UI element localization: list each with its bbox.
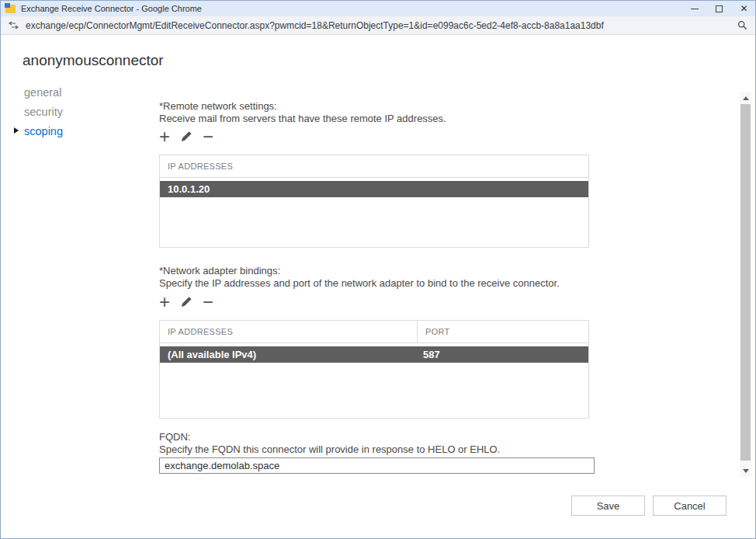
nav-item-general[interactable]: general <box>24 86 63 99</box>
page-url[interactable]: exchange/ecp/ConnectorMgmt/EditReceiveCo… <box>26 20 604 31</box>
fqdn-description: Specify the FQDN this connector will pro… <box>159 443 500 455</box>
scroll-down-button[interactable] <box>740 465 751 477</box>
remote-network-description: Receive mail from servers that have thes… <box>159 113 446 124</box>
connector-edit-page: anonymousconnector general security scop… <box>1 35 755 538</box>
remote-ip-table: IP ADDRESSES 10.0.1.20 <box>159 155 589 248</box>
column-header-ip-addresses: IP ADDRESSES <box>160 321 417 343</box>
remove-binding-button[interactable]: − <box>203 294 213 311</box>
scroll-up-button[interactable] <box>740 92 751 104</box>
save-button-label: Save <box>597 500 620 512</box>
remote-network-toolbar: + − <box>159 127 213 147</box>
popup-window: Exchange Receive Connector - Google Chro… <box>0 0 756 539</box>
edit-binding-button[interactable] <box>180 296 192 308</box>
column-header-port: PORT <box>417 321 588 343</box>
add-binding-button[interactable]: + <box>159 294 170 311</box>
nav-item-label: scoping <box>24 125 63 137</box>
column-header-ip-addresses: IP ADDRESSES <box>160 155 233 177</box>
window-titlebar: Exchange Receive Connector - Google Chro… <box>1 1 755 16</box>
cancel-button-label: Cancel <box>674 500 705 512</box>
pencil-icon <box>180 296 192 308</box>
plus-icon: + <box>159 294 170 311</box>
close-button[interactable]: ✕ <box>739 4 749 14</box>
nav-item-security[interactable]: security <box>24 106 63 119</box>
adapter-bindings-label: *Network adapter bindings: <box>159 265 280 276</box>
minus-icon: − <box>203 294 213 311</box>
minus-icon: − <box>203 128 213 145</box>
table-header-row: IP ADDRESSES PORT <box>160 321 588 343</box>
pencil-icon <box>180 130 192 143</box>
nav-item-label: general <box>24 86 61 99</box>
cancel-button[interactable]: Cancel <box>653 496 727 516</box>
zoom-indicator-icon[interactable] <box>737 20 747 30</box>
table-header-row: IP ADDRESSES <box>160 155 588 178</box>
minimize-icon <box>691 9 699 9</box>
plus-icon: + <box>159 128 170 145</box>
ip-address-cell: 10.0.1.20 <box>160 183 210 195</box>
remote-network-label: *Remote network settings: <box>159 100 277 112</box>
page-title: anonymousconnector <box>23 52 164 69</box>
scrollbar-thumb[interactable] <box>740 104 751 461</box>
adapter-bindings-description: Specify the IP addresses and port of the… <box>159 277 560 289</box>
remove-ip-button[interactable]: − <box>203 128 213 145</box>
vertical-scrollbar[interactable] <box>740 92 751 477</box>
maximize-icon <box>716 5 723 12</box>
arrow-down-icon <box>743 469 749 473</box>
active-nav-arrow-icon <box>14 127 19 134</box>
save-button[interactable]: Save <box>571 496 645 516</box>
adapter-bindings-toolbar: + − <box>159 292 213 312</box>
table-row[interactable]: (All available IPv4) 587 <box>160 346 588 363</box>
edit-ip-button[interactable] <box>180 130 192 143</box>
minimize-button[interactable] <box>689 4 699 14</box>
table-row[interactable]: 10.0.1.20 <box>160 181 588 197</box>
window-title: Exchange Receive Connector - Google Chro… <box>21 4 202 13</box>
fqdn-input[interactable] <box>159 457 595 474</box>
bindings-table: IP ADDRESSES PORT (All available IPv4) 5… <box>159 320 589 419</box>
close-icon: ✕ <box>740 4 747 14</box>
nav-item-label: security <box>24 106 63 118</box>
binding-port-cell: 587 <box>417 349 588 360</box>
exchange-favicon-icon <box>5 5 16 13</box>
fqdn-label: FQDN: <box>159 431 190 443</box>
binding-ip-cell: (All available IPv4) <box>160 349 417 360</box>
add-ip-button[interactable]: + <box>159 128 170 145</box>
maximize-button[interactable] <box>714 4 724 14</box>
url-bar: exchange/ecp/ConnectorMgmt/EditReceiveCo… <box>1 16 755 35</box>
arrow-up-icon <box>743 96 749 100</box>
tab-switch-icon[interactable] <box>9 21 19 30</box>
nav-item-scoping[interactable]: scoping <box>24 125 63 138</box>
sidebar-nav: general security scoping <box>24 86 63 144</box>
